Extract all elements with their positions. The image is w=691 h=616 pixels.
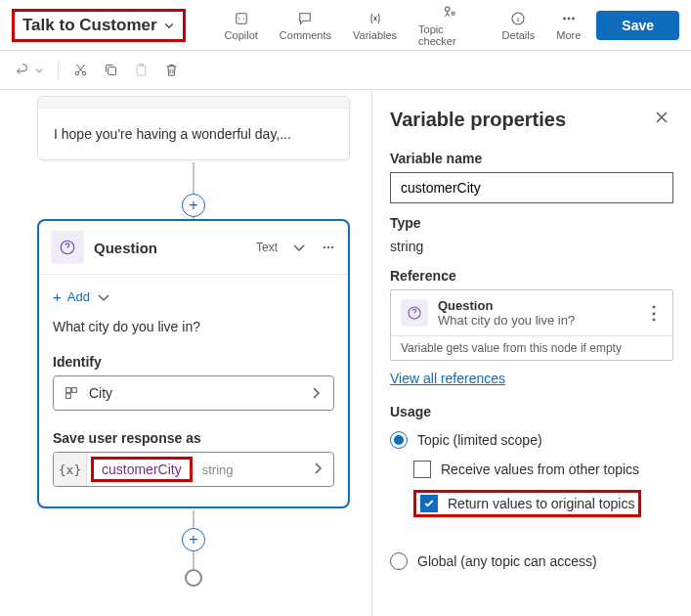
question-node-title: Question xyxy=(94,240,246,256)
reference-label: Reference xyxy=(390,268,673,284)
question-node[interactable]: Question Text + Add What city do you liv… xyxy=(37,219,350,508)
svg-point-13 xyxy=(324,246,325,248)
undo-icon xyxy=(14,62,30,78)
checkbox-icon xyxy=(420,495,438,512)
topic-name-dropdown[interactable]: Talk to Customer xyxy=(12,9,186,42)
question-prompt: What city do you live in? xyxy=(53,311,334,348)
chevron-right-icon xyxy=(308,385,324,401)
return-values-checkbox[interactable]: Return values to original topics xyxy=(413,484,673,523)
variable-icon: {x} xyxy=(54,453,87,486)
topic-checker-button[interactable]: Topic checker xyxy=(418,4,481,47)
identify-value: City xyxy=(89,385,298,401)
message-node[interactable]: I hope you're having a wonderful day,... xyxy=(37,96,350,160)
svg-point-6 xyxy=(572,18,574,20)
comments-icon xyxy=(296,10,314,27)
reference-kind: Question xyxy=(438,298,635,313)
more-icon xyxy=(560,10,578,27)
checkbox-icon xyxy=(413,461,431,478)
variable-name: customerCity xyxy=(91,457,193,482)
svg-point-5 xyxy=(568,18,570,20)
svg-rect-18 xyxy=(66,394,71,399)
chevron-down-icon xyxy=(163,20,175,31)
variables-button[interactable]: Variables xyxy=(353,10,397,41)
save-response-label: Save user response as xyxy=(53,424,334,452)
close-button[interactable] xyxy=(650,106,673,133)
svg-point-14 xyxy=(327,246,329,248)
variable-properties-panel: Variable properties Variable name Type s… xyxy=(371,90,691,616)
svg-rect-9 xyxy=(108,67,116,75)
copy-icon xyxy=(103,62,119,78)
more-button[interactable]: More xyxy=(556,10,581,41)
reference-card: Question What city do you live in? ⋮ Var… xyxy=(390,289,673,361)
divider xyxy=(58,61,59,80)
type-value: string xyxy=(390,237,673,256)
usage-topic-radio[interactable]: Topic (limited scope) xyxy=(390,425,673,455)
variable-type: string xyxy=(202,462,234,477)
reference-footer: Variable gets value from this node if em… xyxy=(391,335,672,360)
comments-button[interactable]: Comments xyxy=(280,10,331,41)
topic-name-text: Talk to Customer xyxy=(22,16,157,35)
delete-icon xyxy=(163,62,180,78)
add-node-button[interactable]: + xyxy=(182,528,205,551)
add-button[interactable]: + Add xyxy=(53,283,334,311)
svg-point-8 xyxy=(82,71,86,75)
svg-point-2 xyxy=(452,12,454,15)
message-text: I hope you're having a wonderful day,... xyxy=(38,109,349,159)
question-type-tag: Text xyxy=(256,241,278,254)
radio-icon xyxy=(390,431,408,449)
variable-name-input[interactable] xyxy=(390,172,673,203)
copilot-icon xyxy=(233,10,250,27)
usage-global-radio[interactable]: Global (any topic can access) xyxy=(390,547,673,576)
more-icon[interactable] xyxy=(321,240,336,255)
chevron-down-icon[interactable] xyxy=(291,240,307,255)
identify-select[interactable]: City xyxy=(53,375,334,411)
authoring-canvas[interactable]: I hope you're having a wonderful day,...… xyxy=(0,90,371,616)
reference-text: What city do you live in? xyxy=(438,313,635,328)
copy-button[interactable] xyxy=(103,62,119,78)
delete-button[interactable] xyxy=(163,62,180,78)
cut-button[interactable] xyxy=(72,62,89,78)
chevron-down-icon xyxy=(34,66,44,75)
identify-label: Identify xyxy=(53,348,334,375)
question-icon xyxy=(51,231,84,264)
undo-button[interactable] xyxy=(14,62,44,78)
add-node-button[interactable]: + xyxy=(182,194,205,217)
type-label: Type xyxy=(390,215,673,231)
svg-point-4 xyxy=(563,18,565,20)
variable-select[interactable]: {x} customerCity string xyxy=(53,452,334,487)
close-icon xyxy=(654,110,669,125)
topic-checker-icon xyxy=(441,4,458,22)
svg-rect-0 xyxy=(236,13,246,23)
paste-icon xyxy=(133,62,150,78)
chevron-right-icon xyxy=(302,461,333,479)
svg-point-7 xyxy=(75,71,79,75)
paste-button[interactable] xyxy=(133,62,150,78)
save-button[interactable]: Save xyxy=(596,11,679,40)
details-icon xyxy=(509,10,527,27)
svg-point-15 xyxy=(331,246,333,248)
details-button[interactable]: Details xyxy=(502,10,536,41)
svg-rect-17 xyxy=(72,388,77,393)
radio-icon xyxy=(390,552,408,570)
usage-label: Usage xyxy=(390,404,673,419)
chevron-down-icon xyxy=(96,289,111,305)
cut-icon xyxy=(72,62,89,78)
view-all-references-link[interactable]: View all references xyxy=(390,371,505,386)
question-icon xyxy=(401,299,428,327)
variables-icon xyxy=(367,10,384,27)
svg-rect-16 xyxy=(66,388,71,393)
panel-title: Variable properties xyxy=(390,109,566,131)
receive-values-checkbox[interactable]: Receive values from other topics xyxy=(413,455,673,484)
variable-name-label: Variable name xyxy=(390,151,673,166)
end-node xyxy=(185,569,202,587)
entity-icon xyxy=(64,385,79,401)
svg-point-1 xyxy=(445,7,450,12)
copilot-button[interactable]: Copilot xyxy=(225,10,258,41)
reference-more-button[interactable]: ⋮ xyxy=(645,302,663,324)
